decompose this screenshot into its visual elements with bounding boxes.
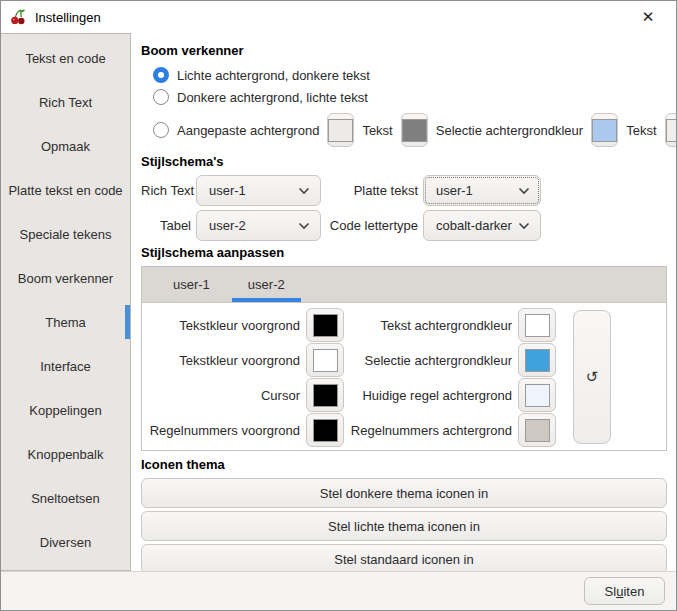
code-font-label: Code lettertype	[326, 218, 418, 233]
sidebar-item-label: Diversen	[40, 535, 91, 550]
sidebar-item-platte-tekst-en-code[interactable]: Platte tekst en code	[1, 168, 130, 212]
sidebar-item-thema[interactable]: Thema	[1, 300, 130, 344]
sidebar-item-sneltoetsen[interactable]: Sneltoetsen	[1, 476, 130, 520]
sidebar-item-diversen[interactable]: Diversen	[1, 520, 130, 564]
color-swatch	[592, 119, 617, 142]
selection-background-color-button[interactable]	[518, 343, 556, 377]
row-label: Tekst achtergrondkleur	[350, 318, 512, 333]
settings-window: Instellingen ✕ Tekst en code Rich Text O…	[0, 0, 677, 611]
chevron-down-icon	[298, 222, 310, 230]
sidebar-item-label: Koppelingen	[29, 403, 101, 418]
reset-scheme-button[interactable]: ↺	[573, 310, 611, 444]
selection-indicator-bar	[125, 305, 130, 339]
color-swatch	[525, 419, 550, 442]
tree-selection-label: Selectie achtergrondkleur	[436, 123, 583, 138]
dialog-footer: Sluiten	[1, 571, 676, 610]
sidebar-item-boom-verkenner[interactable]: Boom verkenner	[1, 256, 130, 300]
set-default-icons-button[interactable]: Stel standaard iconen in	[141, 544, 667, 571]
color-swatch	[525, 349, 550, 372]
radio-unselected-icon[interactable]	[153, 122, 169, 138]
line-numbers-background-color-button[interactable]	[518, 413, 556, 447]
row-label: Tekstkleur voorgrond	[148, 318, 300, 333]
custom-background-row: Aangepaste achtergrond Tekst Selectie ac…	[141, 110, 667, 150]
color-swatch	[525, 314, 550, 337]
sidebar-item-knoppenbalk[interactable]: Knoppenbalk	[1, 432, 130, 476]
text-foreground-color-button[interactable]	[306, 308, 344, 342]
custom-bg-color-button[interactable]	[327, 113, 354, 147]
chevron-down-icon	[518, 187, 530, 195]
tree-selection-text-color-button[interactable]	[665, 113, 677, 147]
chevron-down-icon	[518, 222, 530, 230]
chevron-down-icon	[298, 187, 310, 195]
radio-selected-icon[interactable]	[153, 67, 169, 83]
dropdown-value: user-1	[209, 183, 292, 198]
plain-text-scheme-dropdown[interactable]: user-1	[423, 175, 541, 206]
settings-sidebar: Tekst en code Rich Text Opmaak Platte te…	[1, 33, 131, 571]
tree-text-label-2: Tekst	[626, 123, 656, 138]
sidebar-item-koppelingen[interactable]: Koppelingen	[1, 388, 130, 432]
row-label: Regelnummers voorgrond	[148, 423, 300, 438]
close-dialog-button[interactable]: Sluiten	[584, 577, 665, 605]
color-swatch	[313, 419, 338, 442]
color-swatch	[328, 119, 353, 142]
window-close-icon[interactable]: ✕	[628, 3, 668, 31]
cherrytree-app-icon	[9, 8, 27, 26]
rich-text-scheme-dropdown[interactable]: user-1	[196, 175, 321, 206]
radio-dark-label: Donkere achtergrond, lichte tekst	[177, 90, 368, 105]
sidebar-item-opmaak[interactable]: Opmaak	[1, 124, 130, 168]
sidebar-item-label: Sneltoetsen	[31, 491, 100, 506]
current-line-background-color-button[interactable]	[518, 378, 556, 412]
radio-dark-background[interactable]: Donkere achtergrond, lichte tekst	[141, 86, 667, 108]
sidebar-item-label: Opmaak	[41, 139, 90, 154]
button-label: Stel standaard iconen in	[334, 552, 473, 567]
radio-light-label: Lichte achtergrond, donkere tekst	[177, 68, 370, 83]
sidebar-item-label: Boom verkenner	[18, 271, 113, 286]
tree-text-color-button[interactable]	[401, 113, 428, 147]
undo-icon: ↺	[586, 368, 599, 386]
dialog-body: Tekst en code Rich Text Opmaak Platte te…	[1, 33, 676, 571]
settings-main-panel: Boom verkenner Lichte achtergrond, donke…	[131, 33, 676, 571]
sidebar-item-label: Platte tekst en code	[8, 183, 122, 198]
button-label: Stel lichte thema iconen in	[328, 519, 480, 534]
sidebar-item-label: Tekst en code	[25, 51, 105, 66]
close-button-label: Sluiten	[605, 584, 645, 599]
sidebar-item-rich-text[interactable]: Rich Text	[1, 80, 130, 124]
sidebar-item-label: Speciale tekens	[20, 227, 112, 242]
row-label: Regelnummers achtergrond	[350, 423, 512, 438]
row-label: Selectie achtergrondkleur	[350, 353, 512, 368]
sidebar-item-speciale-tekens[interactable]: Speciale tekens	[1, 212, 130, 256]
set-light-theme-icons-button[interactable]: Stel lichte thema iconen in	[141, 511, 667, 541]
sidebar-item-label: Rich Text	[39, 95, 92, 110]
schemes-grid: Rich Text user-1 Platte tekst user-1 Tab…	[141, 175, 667, 241]
tab-label: user-2	[248, 277, 285, 292]
rich-text-label: Rich Text	[141, 183, 191, 198]
plain-text-label: Platte tekst	[326, 183, 418, 198]
scheme-customize-panel: user-1 user-2 Tekstkleur voorgrond Tekst…	[141, 266, 667, 451]
sidebar-item-label: Thema	[45, 315, 85, 330]
sidebar-item-interface[interactable]: Interface	[1, 344, 130, 388]
schemes-section-title: Stijlschema's	[141, 154, 667, 169]
table-label: Tabel	[141, 218, 191, 233]
dropdown-value: user-2	[209, 218, 292, 233]
sidebar-item-label: Knoppenbalk	[28, 447, 104, 462]
tree-selection-color-button[interactable]	[591, 113, 618, 147]
table-scheme-dropdown[interactable]: user-2	[196, 210, 321, 241]
selection-foreground-color-button[interactable]	[306, 343, 344, 377]
radio-unselected-icon[interactable]	[153, 89, 169, 105]
color-swatch	[402, 119, 427, 142]
row-label: Tekstkleur voorgrond	[148, 353, 300, 368]
tree-text-label-1: Tekst	[362, 123, 392, 138]
tab-user-1[interactable]: user-1	[154, 267, 229, 302]
code-font-dropdown[interactable]: cobalt-darkened	[423, 210, 541, 241]
tab-user-2[interactable]: user-2	[229, 267, 304, 302]
radio-custom-label: Aangepaste achtergrond	[177, 123, 319, 138]
color-swatch	[525, 384, 550, 407]
text-background-color-button[interactable]	[518, 308, 556, 342]
cursor-color-button[interactable]	[306, 378, 344, 412]
button-label: Stel donkere thema iconen in	[320, 486, 488, 501]
scheme-tabbar: user-1 user-2	[142, 267, 666, 303]
sidebar-item-tekst-en-code[interactable]: Tekst en code	[1, 36, 130, 80]
set-dark-theme-icons-button[interactable]: Stel donkere thema iconen in	[141, 478, 667, 508]
line-numbers-foreground-color-button[interactable]	[306, 413, 344, 447]
radio-light-background[interactable]: Lichte achtergrond, donkere tekst	[141, 64, 667, 86]
